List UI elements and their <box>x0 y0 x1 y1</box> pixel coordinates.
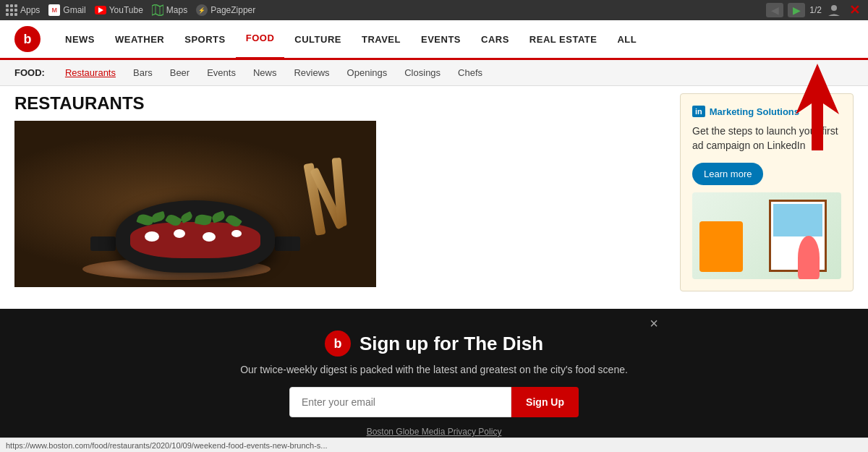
maps-label: Maps <box>166 5 187 15</box>
gmail-label: Gmail <box>63 5 85 15</box>
nav-food[interactable]: FOOD <box>236 20 285 59</box>
linkedin-icon: in <box>692 106 705 117</box>
pagezapper-label: PageZipper <box>210 5 255 15</box>
sub-nav: FOOD: Restaurants Bars Beer Events News … <box>0 60 868 86</box>
signup-button[interactable]: Sign Up <box>511 387 579 417</box>
nav-weather[interactable]: WEATHER <box>105 20 174 59</box>
herbs <box>134 211 257 240</box>
pagezapper-button[interactable]: ⚡ PageZipper <box>196 4 255 16</box>
subnav-events[interactable]: Events <box>198 60 244 86</box>
gmail-button[interactable]: M Gmail <box>48 4 85 16</box>
youtube-icon <box>95 6 106 14</box>
status-bar: https://www.boston.com/food/restaurants/… <box>0 438 868 452</box>
nav-cars[interactable]: CARS <box>471 20 519 59</box>
svg-point-3 <box>831 5 837 11</box>
cursor-arrow <box>796 64 839 153</box>
article-area: RESTAURANTS <box>14 86 665 291</box>
nav-all[interactable]: ALL <box>607 20 647 59</box>
nav-sports[interactable]: SPORTS <box>174 20 235 59</box>
subnav-chefs[interactable]: Chefs <box>449 60 491 86</box>
person-silhouette <box>798 236 820 279</box>
ad-illustration <box>692 192 841 279</box>
page-content: b NEWS WEATHER SPORTS FOOD CULTURE TRAVE… <box>0 20 868 452</box>
privacy-policy-link[interactable]: Boston Globe Media Privacy Policy <box>367 427 502 437</box>
newsletter-overlay: × b Sign up for The Dish Our twice-weekl… <box>0 309 868 452</box>
browser-toolbar: Apps M Gmail YouTube Maps ⚡ PageZipper ◀… <box>0 0 868 20</box>
main-nav: NEWS WEATHER SPORTS FOOD CULTURE TRAVEL … <box>55 20 854 59</box>
subnav-openings[interactable]: Openings <box>339 60 396 86</box>
learn-more-button[interactable]: Learn more <box>692 163 763 185</box>
subnav-reviews[interactable]: Reviews <box>285 60 338 86</box>
newsletter-close-button[interactable]: × <box>650 316 658 331</box>
ext-icon-person[interactable] <box>826 2 842 18</box>
browser-extensions: ◀ ▶ 1/2 ✕ <box>766 2 862 18</box>
status-url: https://www.boston.com/food/restaurants/… <box>6 441 328 450</box>
subnav-bars[interactable]: Bars <box>124 60 161 86</box>
ext-icon-x[interactable]: ✕ <box>846 2 862 18</box>
forward-button[interactable]: ▶ <box>788 3 805 17</box>
newsletter-form: Sign Up <box>289 387 579 417</box>
youtube-button[interactable]: YouTube <box>95 5 143 15</box>
cast-iron-pan <box>87 157 304 273</box>
sub-nav-label: FOOD: <box>14 67 45 78</box>
youtube-label: YouTube <box>109 5 143 15</box>
subnav-restaurants[interactable]: Restaurants <box>56 60 124 86</box>
newsletter-title: Sign up for The Dish <box>359 333 543 355</box>
apps-button[interactable]: Apps <box>6 4 40 16</box>
subnav-news[interactable]: News <box>244 60 286 86</box>
orange-shape <box>699 221 743 272</box>
nav-culture[interactable]: CULTURE <box>284 20 352 59</box>
main-content: RESTAURANTS <box>0 86 868 291</box>
nav-real-estate[interactable]: REAL ESTATE <box>519 20 608 59</box>
subnav-closings[interactable]: Closings <box>396 60 449 86</box>
apps-label: Apps <box>20 5 40 15</box>
gmail-icon: M <box>48 4 60 16</box>
maps-icon <box>152 4 163 16</box>
newsletter-description: Our twice-weekly digest is packed with t… <box>210 364 658 375</box>
svg-marker-4 <box>796 64 839 150</box>
article-image <box>14 121 376 287</box>
article-title: RESTAURANTS <box>14 93 665 114</box>
nav-travel[interactable]: TRAVEL <box>352 20 411 59</box>
site-logo[interactable]: b <box>14 26 41 52</box>
newsletter-inner: × b Sign up for The Dish Our twice-weekl… <box>210 331 658 438</box>
pagezapper-icon: ⚡ <box>196 4 208 16</box>
maps-button[interactable]: Maps <box>152 4 187 16</box>
subnav-beer[interactable]: Beer <box>161 60 198 86</box>
svg-marker-0 <box>152 4 163 16</box>
email-input[interactable] <box>289 387 511 417</box>
back-button[interactable]: ◀ <box>766 3 783 17</box>
newsletter-logo: b <box>325 331 351 357</box>
apps-grid-icon <box>6 4 17 16</box>
page-counter: 1/2 <box>809 5 822 15</box>
site-header: b NEWS WEATHER SPORTS FOOD CULTURE TRAVE… <box>0 20 868 60</box>
nav-events[interactable]: EVENTS <box>411 20 471 59</box>
newsletter-header: b Sign up for The Dish <box>210 331 658 357</box>
linkedin-brand-text: Marketing Solutions <box>710 106 799 117</box>
nav-news[interactable]: NEWS <box>55 20 105 59</box>
